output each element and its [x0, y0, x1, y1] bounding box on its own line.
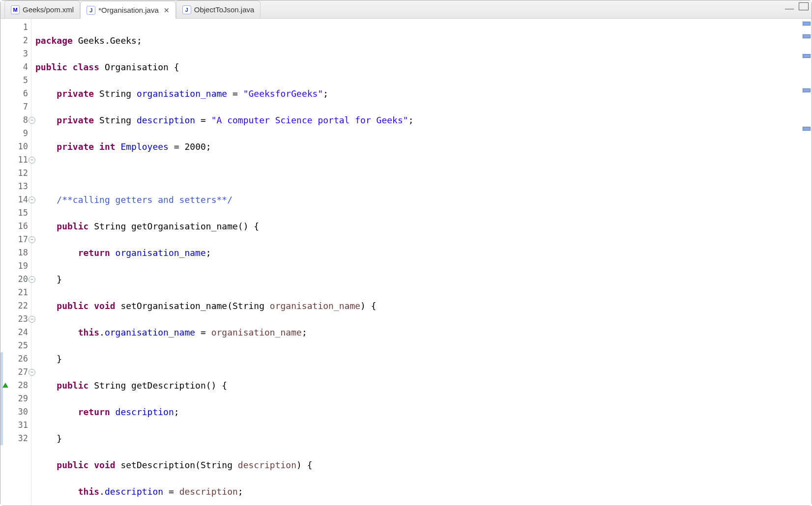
- line-number: 12: [0, 167, 31, 180]
- tab-label: ObjectToJson.java: [194, 5, 255, 14]
- code-line[interactable]: public String getDescription() {: [35, 379, 802, 392]
- line-number: 3: [0, 47, 31, 60]
- code-line[interactable]: /**calling getters and setters**/: [35, 193, 802, 206]
- line-number: 5: [0, 74, 31, 87]
- code-line[interactable]: return description;: [35, 405, 802, 419]
- code-line[interactable]: }: [35, 352, 802, 365]
- line-number: 2: [0, 34, 31, 47]
- line-number: 25: [0, 339, 31, 352]
- line-number: 13: [0, 180, 31, 193]
- line-number: 26: [0, 352, 31, 365]
- code-line[interactable]: this.organisation_name = organisation_na…: [35, 326, 802, 339]
- line-number: 31: [0, 419, 31, 432]
- line-number: 19: [0, 259, 31, 273]
- ruler-mark[interactable]: [803, 34, 811, 38]
- line-number: 30: [0, 405, 31, 419]
- line-number: 9: [0, 127, 31, 140]
- line-number: 10: [0, 140, 31, 153]
- line-number: 6: [0, 87, 31, 100]
- line-number: 24: [0, 326, 31, 339]
- line-number: 27−: [0, 365, 31, 379]
- code-line[interactable]: public void setOrganisation_name(String …: [35, 299, 802, 312]
- code-line[interactable]: [35, 167, 802, 180]
- tab-organisation-java[interactable]: J *Organisation.java ✕: [80, 1, 176, 19]
- ruler-mark[interactable]: [803, 127, 811, 131]
- line-number: 22: [0, 299, 31, 312]
- overview-ruler[interactable]: [802, 19, 812, 506]
- code-line[interactable]: }: [35, 432, 802, 445]
- code-line[interactable]: public class Organisation {: [35, 60, 802, 74]
- editor-body: 12345678−91011−121314−151617−181920−2122…: [0, 19, 812, 506]
- java-file-icon: J: [87, 6, 95, 15]
- line-number: 14−: [0, 193, 31, 206]
- line-number: 32: [0, 432, 31, 445]
- code-line[interactable]: return organisation_name;: [35, 246, 802, 259]
- code-line[interactable]: private String organisation_name = "Geek…: [35, 87, 802, 100]
- line-number: 8−: [0, 113, 31, 127]
- line-number: 28: [0, 379, 31, 392]
- tab-pom-xml[interactable]: M Geeks/pom.xml: [4, 0, 80, 18]
- line-number: 7: [0, 100, 31, 113]
- editor-window: M Geeks/pom.xml J *Organisation.java ✕ J…: [0, 0, 812, 506]
- ruler-mark[interactable]: [803, 54, 811, 58]
- window-controls: [785, 2, 809, 10]
- code-line[interactable]: public String getOrganisation_name() {: [35, 220, 802, 233]
- code-line[interactable]: private int Employees = 2000;: [35, 140, 802, 153]
- ruler-mark[interactable]: [803, 22, 811, 26]
- maximize-icon[interactable]: [799, 2, 809, 10]
- line-number: 21: [0, 286, 31, 299]
- line-number: 16: [0, 220, 31, 233]
- line-number: 18: [0, 246, 31, 259]
- tab-label: Geeks/pom.xml: [23, 5, 74, 14]
- tab-bar: M Geeks/pom.xml J *Organisation.java ✕ J…: [0, 0, 812, 19]
- line-number: 17−: [0, 233, 31, 246]
- tab-label: *Organisation.java: [98, 6, 159, 14]
- maven-file-icon: M: [11, 5, 20, 14]
- tab-objecttojson-java[interactable]: J ObjectToJson.java: [176, 0, 261, 18]
- line-number: 4: [0, 60, 31, 74]
- line-number-gutter: 12345678−91011−121314−151617−181920−2122…: [0, 19, 31, 506]
- line-number: 11−: [0, 153, 31, 167]
- code-line[interactable]: this.description = description;: [35, 485, 802, 498]
- code-line[interactable]: public void setDescription(String descri…: [35, 458, 802, 472]
- code-area[interactable]: package Geeks.Geeks; public class Organi…: [31, 19, 802, 506]
- override-arrow-icon[interactable]: [2, 383, 8, 388]
- line-number: 29: [0, 392, 31, 405]
- code-line[interactable]: package Geeks.Geeks;: [35, 34, 802, 47]
- line-number: 15: [0, 206, 31, 220]
- line-number: 23−: [0, 312, 31, 326]
- ruler-mark[interactable]: [803, 88, 811, 92]
- code-line[interactable]: private String description = "A computer…: [35, 113, 802, 127]
- line-number: 1: [0, 21, 31, 34]
- code-line[interactable]: }: [35, 273, 802, 286]
- java-file-icon: J: [182, 5, 191, 14]
- line-number: 20−: [0, 273, 31, 286]
- minimize-icon[interactable]: [785, 9, 794, 9]
- close-icon[interactable]: ✕: [164, 6, 170, 14]
